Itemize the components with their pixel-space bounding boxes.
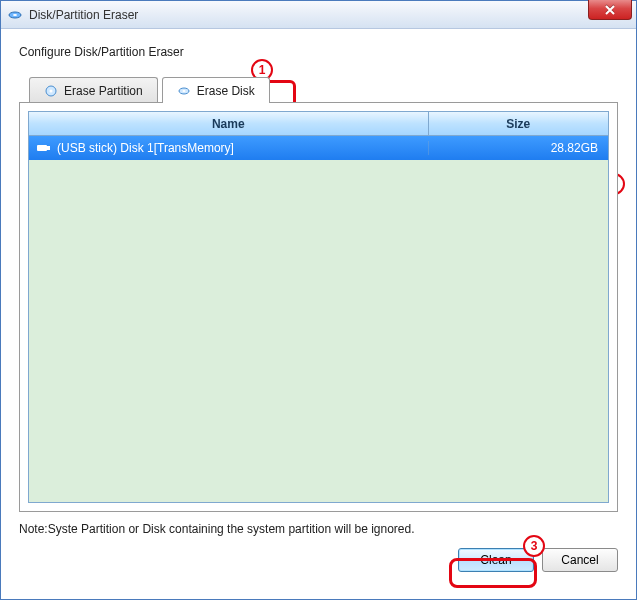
table-row[interactable]: (USB stick) Disk 1[TransMemory] 28.82GB (29, 136, 608, 160)
tabstrip: Erase Partition Erase Disk (29, 77, 618, 103)
titlebar: Disk/Partition Eraser (1, 1, 636, 29)
svg-point-1 (13, 14, 17, 16)
tab-erase-disk[interactable]: Erase Disk (162, 77, 270, 103)
col-size[interactable]: Size (429, 112, 609, 135)
window-title: Disk/Partition Eraser (29, 8, 138, 22)
usb-disk-icon (37, 142, 51, 154)
button-row: Clean Cancel (19, 548, 618, 572)
cell-name: (USB stick) Disk 1[TransMemory] (29, 141, 429, 155)
cancel-button[interactable]: Cancel (542, 548, 618, 572)
tab-label: Erase Disk (197, 84, 255, 98)
table-body: (USB stick) Disk 1[TransMemory] 28.82GB (29, 136, 608, 502)
tab-erase-partition[interactable]: Erase Partition (29, 77, 158, 103)
close-button[interactable] (588, 0, 632, 20)
col-name[interactable]: Name (29, 112, 429, 135)
clean-button[interactable]: Clean (458, 548, 534, 572)
note-text: Note:Syste Partition or Disk containing … (19, 522, 618, 536)
svg-point-3 (50, 89, 53, 92)
svg-point-5 (182, 90, 185, 92)
app-icon (7, 7, 23, 23)
cancel-label: Cancel (561, 553, 598, 567)
subtitle: Configure Disk/Partition Eraser (19, 45, 618, 59)
window: Disk/Partition Eraser Configure Disk/Par… (0, 0, 637, 600)
panel: Name Size (USB stick) Disk 1[TransMemory… (19, 102, 618, 512)
partition-icon (44, 84, 58, 98)
disk-table: Name Size (USB stick) Disk 1[TransMemory… (28, 111, 609, 503)
disk-icon (177, 84, 191, 98)
svg-rect-6 (37, 145, 47, 151)
svg-rect-7 (47, 146, 50, 150)
row-name-text: (USB stick) Disk 1[TransMemory] (57, 141, 234, 155)
cell-size: 28.82GB (429, 141, 609, 155)
content: Configure Disk/Partition Eraser Erase Pa… (1, 29, 636, 584)
tab-label: Erase Partition (64, 84, 143, 98)
table-header: Name Size (29, 112, 608, 136)
clean-label: Clean (480, 553, 511, 567)
